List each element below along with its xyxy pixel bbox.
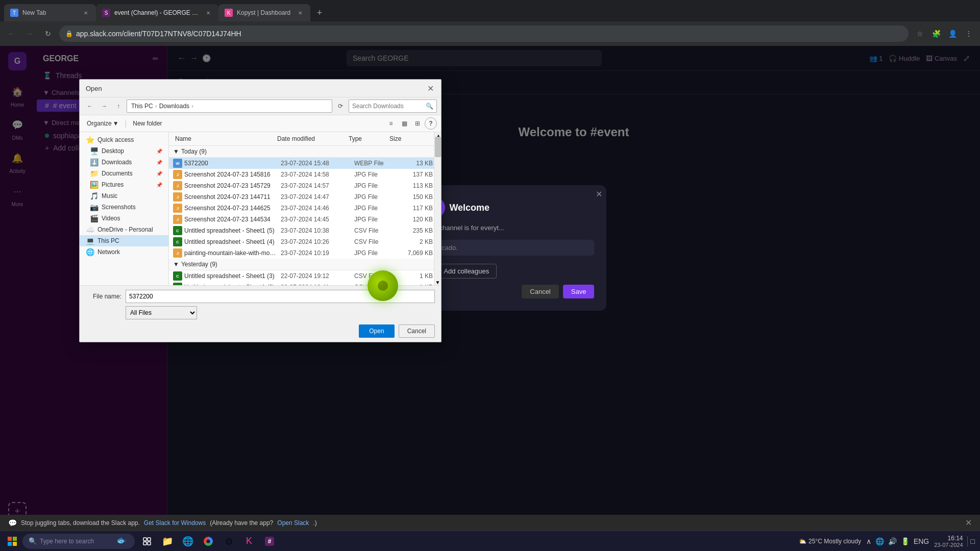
tab-new-tab[interactable]: T New Tab ✕	[4, 4, 96, 21]
nav-network[interactable]: 🌐 Network	[80, 246, 168, 258]
pin-icon-documents: 📌	[156, 171, 162, 177]
dialog-close-button[interactable]: ✕	[426, 84, 435, 93]
battery-icon[interactable]: 🔋	[900, 536, 911, 546]
file-row-ss144625[interactable]: J Screenshot 2024-07-23 144625 23-07-202…	[169, 203, 434, 214]
nav-quick-access[interactable]: ⭐ Quick access	[80, 134, 168, 145]
start-button[interactable]	[4, 533, 20, 549]
refresh-button[interactable]: ⟳	[334, 100, 347, 112]
chevron-up-icon[interactable]: ∧	[865, 536, 872, 546]
welcome-modal: ✕ 🥑 Welcome This channel is for everyt..…	[412, 185, 606, 311]
col-date-header[interactable]: Date modified	[275, 134, 347, 143]
scrollbar[interactable]: ▲ ▼	[434, 132, 441, 285]
cancel-dialog-button[interactable]: Cancel	[399, 324, 435, 338]
file-icon-jpg4: J	[173, 204, 182, 213]
file-icon-csv1: C	[173, 226, 182, 235]
scroll-up-arrow[interactable]: ▲	[434, 132, 441, 136]
nav-videos[interactable]: 🎬 Videos	[80, 213, 168, 224]
menu-button[interactable]: ⋮	[962, 27, 976, 41]
group-today[interactable]: ▼ Today (9)	[169, 146, 434, 158]
chrome2-taskbar[interactable]: ⊙	[220, 533, 237, 549]
organize-label: Organize	[87, 120, 112, 127]
music-icon: 🎵	[90, 192, 99, 200]
extensions-button[interactable]: 🧩	[929, 27, 943, 41]
show-desktop-button[interactable]: □	[967, 536, 976, 546]
view-list-button[interactable]: ≡	[385, 117, 397, 130]
help-button[interactable]: ?	[425, 117, 437, 130]
nav-downloads[interactable]: ⬇️ Downloads 📌	[80, 157, 168, 168]
new-folder-button[interactable]: New folder	[130, 119, 165, 128]
col-size-header[interactable]: Size	[387, 134, 423, 143]
back-button[interactable]: ←	[4, 27, 18, 41]
view-details-button[interactable]: ▦	[398, 117, 410, 130]
breadcrumb-bar[interactable]: This PC › Downloads ›	[127, 99, 332, 113]
search-box[interactable]: 🔍	[349, 99, 437, 113]
svg-rect-1	[13, 537, 17, 541]
nav-desktop[interactable]: 🖥️ Desktop 📌	[80, 145, 168, 157]
slack-taskbar[interactable]: #	[261, 533, 278, 549]
taskbar-search-box[interactable]: 🔍 Type here to search 🐟	[22, 534, 135, 549]
open-slack-link[interactable]: Open Slack	[277, 519, 309, 527]
nav-thispc[interactable]: 💻 This PC	[80, 235, 168, 246]
file-row-spreadsheet4[interactable]: C Untitled spreadsheet - Sheet1 (4) 23-0…	[169, 236, 434, 247]
bookmark-button[interactable]: ☆	[913, 27, 927, 41]
file-row-ss145816[interactable]: J Screenshot 2024-07-23 145816 23-07-202…	[169, 169, 434, 180]
group-yesterday-label: Yesterday (9)	[181, 261, 217, 268]
taskbar-right: ⛅ 25°C Mostly cloudy ∧ 🌐 🔊 🔋 ENG 16:14 2…	[799, 535, 976, 548]
nav-documents[interactable]: 📁 Documents 📌	[80, 168, 168, 179]
file-row-ss145729[interactable]: J Screenshot 2024-07-23 145729 23-07-202…	[169, 180, 434, 191]
scroll-thumb[interactable]	[435, 137, 441, 157]
search-input[interactable]	[352, 103, 424, 110]
edge-taskbar[interactable]: 🌐	[180, 533, 196, 549]
organize-button[interactable]: Organize ▼	[84, 119, 122, 128]
profile-button[interactable]: 👤	[945, 27, 960, 41]
network-tray-icon[interactable]: 🌐	[874, 536, 885, 546]
scroll-down-arrow[interactable]: ▼	[434, 280, 441, 285]
notification-close-button[interactable]: ✕	[965, 518, 972, 528]
tab-close-slack[interactable]: ✕	[204, 9, 212, 17]
nav-music[interactable]: 🎵 Music	[80, 190, 168, 202]
lang-display[interactable]: ENG	[913, 536, 930, 546]
view-large-button[interactable]: ⊞	[411, 117, 424, 130]
nav-onedrive[interactable]: ☁️ OneDrive - Personal	[80, 224, 168, 235]
clock[interactable]: 16:14 23-07-2024	[934, 535, 963, 548]
search-icon[interactable]: 🔍	[426, 103, 433, 110]
chrome-taskbar[interactable]	[200, 533, 216, 549]
kopyst-taskbar[interactable]: K	[241, 533, 257, 549]
file-row-painting[interactable]: J painting-mountain-lake-with-mountain-.…	[169, 247, 434, 259]
modal-cancel-button[interactable]: Cancel	[522, 285, 558, 298]
address-bar[interactable]: 🔒 app.slack.com/client/T07D17NTNV8/C07D1…	[59, 26, 909, 42]
pin-icon-downloads: 📌	[156, 160, 162, 165]
get-slack-link[interactable]: Get Slack for Windows	[144, 519, 206, 527]
col-type-header[interactable]: Type	[347, 134, 387, 143]
dialog-forward-button[interactable]: →	[98, 100, 110, 112]
file-row-ss144711[interactable]: J Screenshot 2024-07-23 144711 23-07-202…	[169, 191, 434, 203]
forward-button[interactable]: →	[22, 27, 37, 41]
file-row-ss144534[interactable]: J Screenshot 2024-07-23 144534 23-07-202…	[169, 214, 434, 225]
tab-close-newtab[interactable]: ✕	[82, 9, 90, 17]
dialog-up-button[interactable]: ↑	[112, 100, 125, 112]
file-row-spreadsheet5[interactable]: C Untitled spreadsheet - Sheet1 (5) 23-0…	[169, 225, 434, 236]
nav-pictures[interactable]: 🖼️ Pictures 📌	[80, 179, 168, 190]
tab-kopyst[interactable]: K Kopyst | Dashboard ✕	[218, 4, 310, 21]
breadcrumb-sep2: ›	[191, 103, 193, 110]
filetype-select[interactable]: All Files	[126, 306, 197, 319]
file-explorer-taskbar[interactable]: 📁	[159, 533, 176, 549]
open-button[interactable]: Open	[359, 324, 394, 338]
group-yesterday[interactable]: ▼ Yesterday (9)	[169, 259, 434, 270]
modal-save-button[interactable]: Save	[563, 285, 595, 298]
avocado-input[interactable]: .avocado.	[425, 240, 594, 256]
task-view-button[interactable]	[139, 533, 155, 549]
welcome-modal-close[interactable]: ✕	[596, 189, 602, 199]
col-name-header[interactable]: Name	[173, 134, 275, 143]
dialog-back-button[interactable]: ←	[84, 100, 96, 112]
add-colleagues-btn-label: Add colleagues	[444, 267, 489, 275]
file-row-5372200[interactable]: W 5372200 23-07-2024 15:48 WEBP File 13 …	[169, 158, 434, 169]
reload-button[interactable]: ↻	[41, 27, 55, 41]
volume-icon[interactable]: 🔊	[887, 536, 898, 546]
file-date-5372200: 23-07-2024 15:48	[281, 160, 352, 167]
tab-slack-event[interactable]: S event (Channel) - GEORGE - S... ✕	[96, 4, 218, 21]
tab-close-kopyst[interactable]: ✕	[296, 9, 304, 17]
toolbar-sep1: |	[125, 119, 127, 128]
nav-screenshots[interactable]: 📷 Screenshots	[80, 202, 168, 213]
new-tab-button[interactable]: +	[312, 6, 327, 20]
